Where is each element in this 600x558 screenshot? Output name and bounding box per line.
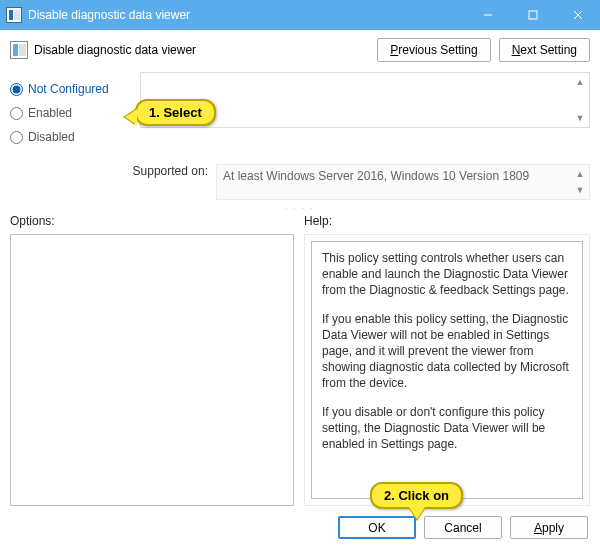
scroll-up-icon[interactable]: ▲ <box>573 75 587 89</box>
supported-on-label: Supported on: <box>10 164 216 200</box>
radio-not-configured[interactable]: Not Configured <box>10 82 140 96</box>
help-panel: This policy setting controls whether use… <box>311 241 583 499</box>
radio-disabled[interactable]: Disabled <box>10 130 140 144</box>
next-setting-button[interactable]: Next Setting <box>499 38 590 62</box>
radio-not-configured-label: Not Configured <box>28 82 109 96</box>
radio-disabled-input[interactable] <box>10 131 23 144</box>
window-title: Disable diagnostic data viewer <box>28 8 465 22</box>
options-panel <box>10 234 294 506</box>
supported-on-text: At least Windows Server 2016, Windows 10… <box>223 169 529 183</box>
policy-icon <box>10 41 28 59</box>
help-label: Help: <box>304 214 590 228</box>
radio-not-configured-input[interactable] <box>10 83 23 96</box>
policy-title: Disable diagnostic data viewer <box>34 43 369 57</box>
radio-enabled-label: Enabled <box>28 106 72 120</box>
scroll-up-icon[interactable]: ▲ <box>573 167 587 181</box>
ok-button[interactable]: OK <box>338 516 416 539</box>
svg-rect-1 <box>529 11 537 19</box>
radio-disabled-label: Disabled <box>28 130 75 144</box>
supported-on-value: At least Windows Server 2016, Windows 10… <box>216 164 590 200</box>
radio-enabled[interactable]: Enabled <box>10 106 140 120</box>
radio-enabled-input[interactable] <box>10 107 23 120</box>
splitter[interactable]: · · · · <box>10 204 590 210</box>
close-button[interactable] <box>555 0 600 30</box>
apply-button[interactable]: Apply <box>510 516 588 539</box>
minimize-button[interactable] <box>465 0 510 30</box>
scroll-down-icon[interactable]: ▼ <box>573 183 587 197</box>
cancel-button[interactable]: Cancel <box>424 516 502 539</box>
help-paragraph-1: This policy setting controls whether use… <box>322 250 572 299</box>
titlebar: Disable diagnostic data viewer <box>0 0 600 30</box>
app-icon <box>6 7 22 23</box>
options-label: Options: <box>10 214 304 228</box>
annotation-click-on: 2. Click on <box>370 482 463 509</box>
previous-setting-button[interactable]: Previous Setting <box>377 38 490 62</box>
help-paragraph-2: If you enable this policy setting, the D… <box>322 311 572 392</box>
annotation-select: 1. Select <box>135 99 216 126</box>
maximize-button[interactable] <box>510 0 555 30</box>
help-paragraph-3: If you disable or don't configure this p… <box>322 404 572 453</box>
scroll-down-icon[interactable]: ▼ <box>573 111 587 125</box>
